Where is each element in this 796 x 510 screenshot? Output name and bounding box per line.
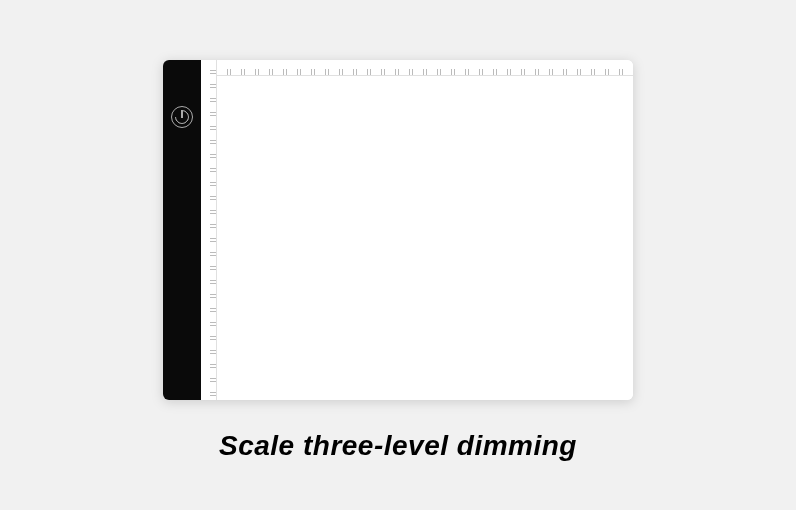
vertical-ruler [201, 60, 217, 400]
power-icon [171, 106, 193, 128]
main-surface [217, 60, 633, 400]
product-image [163, 60, 633, 400]
light-panel [217, 76, 633, 400]
control-strip [163, 60, 201, 400]
horizontal-ruler [217, 60, 633, 76]
product-caption: Scale three-level dimming [219, 430, 577, 462]
light-pad-device [163, 60, 633, 400]
